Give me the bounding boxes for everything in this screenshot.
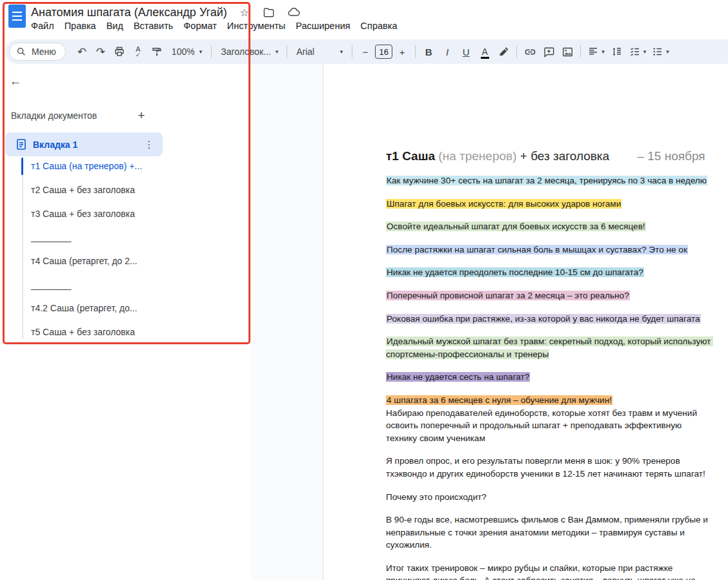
checklist-icon (629, 46, 641, 57)
sidebar-outline-item[interactable]: т2 Саша + без заголовка (0, 178, 173, 202)
sidebar-outline-item[interactable]: ________ (0, 225, 173, 249)
move-to-folder-icon[interactable] (262, 5, 276, 19)
paragraph: После растяжки на шпагат сильная боль в … (386, 243, 713, 256)
highlighted-text: Поперечный провисной шпагат за 2 месяца … (386, 291, 630, 300)
paint-format-button[interactable] (148, 43, 166, 61)
heading-suffix-gray: (на тренеров) (438, 149, 516, 163)
toolbar-divider (580, 45, 581, 58)
menubar-item-6[interactable]: Расширения (290, 19, 355, 32)
menubar-item-4[interactable]: Формат (178, 19, 222, 32)
toolbar-divider (516, 45, 517, 58)
toolbar-divider (415, 45, 416, 58)
font-size-input[interactable] (375, 45, 392, 59)
menubar-item-3[interactable]: Вставить (128, 19, 178, 32)
document-title[interactable]: Анатомия шпагата (Александр Угай) (31, 6, 227, 19)
highlight-color-button[interactable] (494, 43, 512, 61)
sidebar-outline-item[interactable]: т3 Саша + без заголовка (0, 202, 173, 225)
menu-search-button[interactable]: Меню (9, 43, 66, 61)
heading-suffix: + без заголовка (520, 149, 609, 163)
google-docs-logo[interactable] (8, 5, 26, 28)
paragraph: Итог таких тренировок – микро рубцы и сп… (386, 562, 713, 580)
paragraph-style-value: Заголовок... (221, 47, 271, 57)
menubar-item-2[interactable]: Вид (101, 19, 128, 32)
text-color-button[interactable]: A (476, 43, 494, 61)
body-text: Набираю преподавателей единоборств, кото… (386, 408, 700, 443)
chevron-down-icon: ▾ (643, 48, 647, 55)
paragraph: Как мужчине 30+ сесть на шпагат за 2 мес… (386, 174, 713, 187)
font-select[interactable]: Arial ▾ (291, 43, 348, 61)
checklist-button[interactable]: ▾ (627, 43, 649, 61)
toolbar: Меню ↶ ↷ A ✓ 100% ▾ Заголовок... ▾ Arial… (5, 39, 728, 64)
paragraph: Роковая ошибка при растяжке, из-за котор… (386, 313, 713, 326)
insert-link-button[interactable] (521, 43, 539, 61)
highlighted-text: Освойте идеальный шпагат для боевых иску… (386, 222, 646, 231)
add-tab-button[interactable]: + (133, 107, 150, 124)
paragraph: Я провел опрос, и его результаты повергл… (386, 455, 713, 480)
sidebar-outline-item[interactable]: т5 Саша + без заголовка (0, 320, 173, 344)
tab-document-icon (17, 139, 26, 150)
printer-icon (114, 46, 125, 57)
add-comment-button[interactable] (540, 43, 558, 61)
document-content: т1 Саша (на тренеров) + без заголовка – … (323, 65, 728, 580)
paragraph: Почему это происходит? (386, 491, 713, 504)
spellcheck-button[interactable]: A ✓ (129, 43, 147, 61)
heading-title: т1 Саша (386, 149, 435, 163)
highlighted-text: Шпагат для боевых искусств: для высоких … (386, 199, 622, 209)
chevron-down-icon: ▾ (602, 48, 605, 55)
print-button[interactable] (110, 43, 128, 61)
star-icon[interactable]: ☆ (238, 5, 252, 19)
paragraph: Идеальный мужской шпагат без травм: секр… (386, 335, 713, 360)
title-bar: Анатомия шпагата (Александр Угай) ☆ Файл… (0, 0, 728, 37)
zoom-value: 100% (172, 47, 195, 57)
sidebar-outline-item[interactable]: ________ (0, 273, 173, 296)
redo-button[interactable]: ↷ (92, 43, 110, 61)
sidebar-outline-item[interactable]: т1 Саша (на тренеров) +... (0, 154, 173, 178)
increase-font-size-button[interactable]: + (393, 43, 411, 61)
heading-date: – 15 ноября (637, 149, 705, 163)
highlighted-text: Как мужчине 30+ сесть на шпагат за 2 мес… (386, 176, 707, 185)
paragraph: Никак не удается преодолеть последние 10… (386, 266, 713, 279)
decrease-font-size-button[interactable]: − (356, 43, 374, 61)
line-spacing-icon (611, 46, 623, 57)
paragraph: В 90-е годы все, насмотревшись фильмов с… (386, 513, 713, 552)
paragraph: 4 шпагата за 6 месяцев с нуля – обучение… (386, 394, 713, 444)
bold-button[interactable]: B (420, 43, 438, 61)
highlighted-text: Никак не удается сесть на шпагат? (386, 372, 530, 382)
comment-plus-icon (543, 46, 555, 58)
insert-image-button[interactable] (558, 43, 576, 61)
toolbar-divider (352, 45, 352, 58)
body-text: В 90-е годы все, насмотревшись фильмов с… (386, 515, 711, 550)
undo-button[interactable]: ↶ (73, 43, 91, 61)
sidebar-outline-item[interactable]: т4.2 Саша (ретаргет, до... (0, 296, 173, 320)
paragraph-style-select[interactable]: Заголовок... ▾ (216, 43, 283, 61)
italic-button[interactable]: I (438, 43, 456, 61)
tab-1-pill[interactable]: Вкладка 1 ⋮ (5, 132, 163, 156)
bullet-list-button[interactable]: ▾ (649, 43, 672, 61)
paragraph: Поперечный провисной шпагат за 2 месяца … (386, 289, 713, 302)
document-page[interactable]: т1 Саша (на тренеров) + без заголовка – … (323, 65, 728, 580)
font-value: Arial (296, 47, 314, 57)
tab-options-icon[interactable]: ⋮ (142, 138, 156, 152)
highlighted-text: 4 шпагата за 6 месяцев с нуля – обучение… (386, 395, 612, 405)
menubar-item-1[interactable]: Правка (59, 19, 101, 32)
chevron-down-icon: ▾ (340, 48, 343, 55)
search-icon (16, 47, 26, 57)
sidebar-outline-item[interactable]: т4 Саша (ретаргет, до 2... (0, 249, 173, 273)
menu-bar: ФайлПравкаВидВставитьФорматИнструментыРа… (26, 19, 403, 32)
paint-roller-icon (151, 46, 163, 57)
paragraph: Шпагат для боевых искусств: для высоких … (386, 198, 713, 211)
line-spacing-button[interactable] (608, 43, 626, 61)
menubar-item-5[interactable]: Инструменты (222, 19, 290, 32)
back-button[interactable]: ← (4, 70, 27, 93)
zoom-select[interactable]: 100% ▾ (167, 43, 207, 61)
menubar-item-7[interactable]: Справка (356, 19, 403, 32)
image-icon (561, 46, 574, 58)
document-paragraphs: Как мужчине 30+ сесть на шпагат за 2 мес… (386, 174, 713, 580)
menubar-item-0[interactable]: Файл (26, 19, 59, 32)
body-text: Итог таких тренировок – микро рубцы и сп… (386, 563, 698, 580)
spellcheck-icon: A ✓ (136, 46, 141, 58)
underline-button[interactable]: U (457, 43, 475, 61)
document-tabs-sidebar: ← Вкладки документов + Вкладка 1 ⋮ т1 Са… (0, 65, 250, 580)
toolbar-divider (287, 45, 287, 58)
align-button[interactable]: ▾ (585, 43, 607, 61)
